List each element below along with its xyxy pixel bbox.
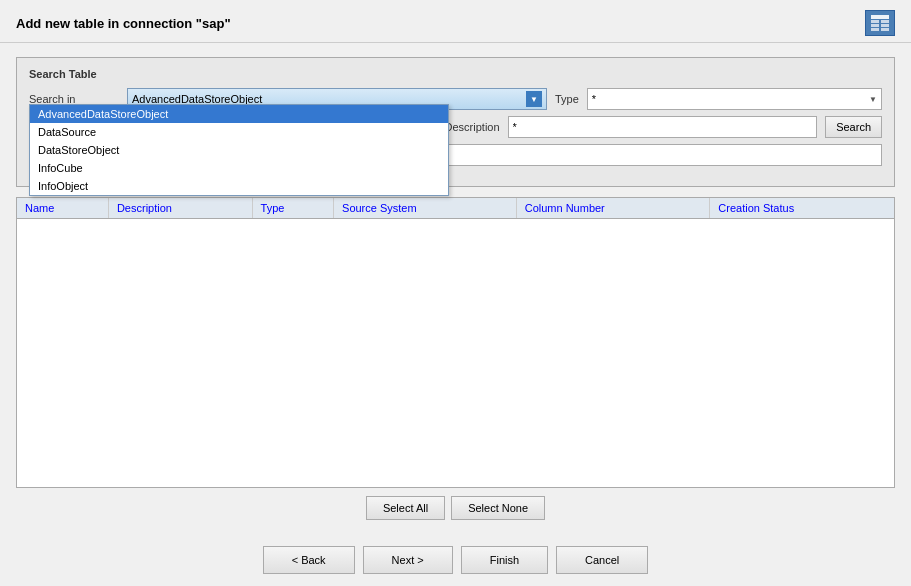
svg-rect-2 [881, 20, 889, 23]
select-none-button[interactable]: Select None [451, 496, 545, 520]
results-table-wrapper: Name Description Type Source System Colu… [16, 197, 895, 488]
col-name: Name [17, 198, 108, 219]
type-select[interactable]: * ▼ [587, 88, 882, 110]
svg-rect-1 [871, 20, 879, 23]
select-buttons-area: Select All Select None [16, 496, 895, 520]
select-all-button[interactable]: Select All [366, 496, 445, 520]
svg-rect-0 [871, 15, 889, 19]
col-column-number: Column Number [516, 198, 710, 219]
dialog-title: Add new table in connection "sap" [16, 16, 231, 31]
finish-button[interactable]: Finish [461, 546, 548, 574]
search-group: Search Table Search in AdvancedDataStore… [16, 57, 895, 187]
svg-rect-3 [871, 24, 879, 27]
add-table-dialog: Add new table in connection "sap" Search… [0, 0, 911, 586]
dropdown-option-datasource[interactable]: DataSource [30, 123, 448, 141]
search-group-title: Search Table [29, 68, 882, 80]
results-table: Name Description Type Source System Colu… [17, 198, 894, 219]
title-bar: Add new table in connection "sap" [0, 0, 911, 43]
dropdown-option-datastoreobject[interactable]: DataStoreObject [30, 141, 448, 159]
dropdown-option-adso[interactable]: AdvancedDataStoreObject [30, 105, 448, 123]
col-description: Description [108, 198, 252, 219]
table-header-row: Name Description Type Source System Colu… [17, 198, 894, 219]
type-arrow-icon: ▼ [869, 95, 877, 104]
col-source-system: Source System [334, 198, 517, 219]
dropdown-option-infocube[interactable]: InfoCube [30, 159, 448, 177]
content-area: Search Table Search in AdvancedDataStore… [0, 43, 911, 534]
bottom-buttons-area: < Back Next > Finish Cancel [0, 534, 911, 586]
next-button[interactable]: Next > [363, 546, 453, 574]
back-button[interactable]: < Back [263, 546, 355, 574]
type-label: Type [555, 93, 579, 105]
table-icon [865, 10, 895, 36]
search-in-dropdown: AdvancedDataStoreObject DataSource DataS… [29, 104, 449, 196]
dropdown-option-infoobject[interactable]: InfoObject [30, 177, 448, 195]
description-input[interactable] [508, 116, 818, 138]
dropdown-arrow-icon: ▼ [526, 91, 542, 107]
search-button[interactable]: Search [825, 116, 882, 138]
svg-rect-6 [881, 28, 889, 31]
col-type: Type [252, 198, 333, 219]
col-creation-status: Creation Status [710, 198, 894, 219]
type-value: * [592, 93, 596, 105]
description-label: Description [445, 121, 500, 133]
svg-rect-5 [871, 28, 879, 31]
cancel-button[interactable]: Cancel [556, 546, 648, 574]
svg-rect-4 [881, 24, 889, 27]
